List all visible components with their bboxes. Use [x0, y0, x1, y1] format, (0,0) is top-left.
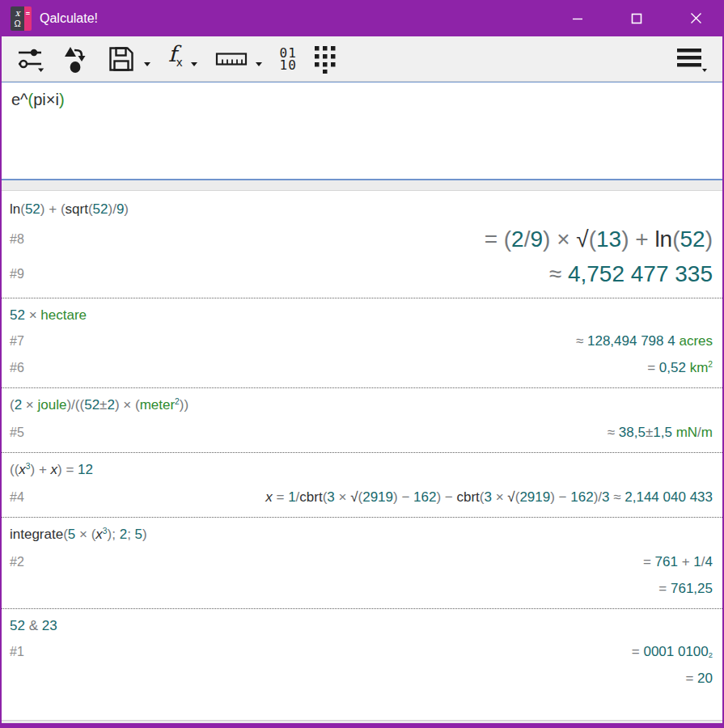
units-ruler-icon	[215, 44, 248, 74]
history-result-value[interactable]: x = 1/cbrt(3 × √(2919) − 162) − cbrt(3 ×…	[24, 489, 713, 506]
history-entry: (2 × joule)/((52±2) × (meter2))#5≈ 38,5±…	[2, 388, 722, 446]
convert-icon	[61, 44, 91, 74]
history-result-value[interactable]: ≈ 38,5±1,5 mN/m	[24, 425, 713, 441]
history-result-value[interactable]: ≈ 4,752 477 335	[24, 261, 713, 287]
history-index-label[interactable]: #7	[10, 334, 24, 349]
main-menu-button[interactable]	[672, 41, 711, 77]
history-expression[interactable]: 52 & 23	[10, 614, 713, 638]
history-expression[interactable]: ((x3) + x) = 12	[10, 458, 713, 484]
close-icon	[690, 12, 702, 24]
units-dropdown-icon[interactable]	[256, 62, 262, 66]
history-entry: 52 & 23#1= 0001 01002= 20	[2, 609, 722, 692]
titlebar: xΩ = Qalculate!	[0, 0, 724, 36]
expression-input[interactable]: e^(pi×i)	[2, 82, 722, 180]
history-index-label[interactable]: #4	[10, 490, 24, 505]
history-expression[interactable]: integrate(5 × (x3); 2; 5)	[10, 523, 713, 548]
history-result-row: #8= (2/9) × √(13) + ln(52)	[10, 222, 713, 256]
history-expression[interactable]: ln(52) + (sqrt(52)/9)	[10, 197, 713, 222]
history-result-row: #2= 761 + 1/4	[10, 548, 713, 575]
history-result-row: = 20	[10, 665, 713, 692]
history-result-value[interactable]: = (2/9) × √(13) + ln(52)	[24, 226, 713, 252]
history-result-row: #5≈ 38,5±1,5 mN/m	[10, 419, 713, 446]
keypad-icon	[313, 44, 339, 74]
main-menu-icon	[675, 45, 708, 73]
history-expression[interactable]: (2 × joule)/((52±2) × (meter2))	[10, 393, 713, 419]
history-expression[interactable]: 52 × hectare	[10, 303, 713, 328]
minimize-icon	[572, 13, 583, 24]
maximize-button[interactable]	[618, 0, 655, 36]
history-result-value[interactable]: = 20	[10, 671, 713, 687]
history-index-label[interactable]: #9	[10, 267, 24, 281]
save-dropdown-icon[interactable]	[144, 62, 150, 66]
functions-fx-icon: fx	[168, 42, 183, 74]
number-bases-button[interactable]: 01 10	[277, 41, 300, 77]
history-pane[interactable]: ln(52) + (sqrt(52)/9)#8= (2/9) × √(13) +…	[2, 191, 722, 720]
pane-splitter[interactable]	[2, 180, 722, 191]
history-result-value[interactable]: = 0001 01002	[24, 644, 713, 660]
app-icon: xΩ =	[11, 6, 32, 31]
units-button[interactable]	[212, 41, 251, 77]
app-window: xΩ = Qalculate!	[0, 0, 724, 728]
history-result-row: #1= 0001 01002	[10, 638, 713, 665]
history-result-value[interactable]: = 761 + 1/4	[24, 554, 713, 570]
history-entry: ((x3) + x) = 12#4x = 1/cbrt(3 × √(2919) …	[2, 453, 722, 510]
maximize-icon	[631, 13, 642, 24]
history-result-value[interactable]: = 0,52 km2	[24, 360, 713, 376]
window-border	[0, 723, 724, 728]
functions-dropdown-icon[interactable]	[191, 62, 197, 66]
mode-sliders-icon	[16, 44, 45, 74]
toolbar: fx 01 10	[2, 36, 722, 82]
history-result-row: #4x = 1/cbrt(3 × √(2919) − 162) − cbrt(3…	[10, 484, 713, 510]
history-entry: integrate(5 × (x3); 2; 5)#2= 761 + 1/4= …	[2, 518, 722, 602]
history-entry: ln(52) + (sqrt(52)/9)#8= (2/9) × √(13) +…	[2, 193, 722, 291]
close-button[interactable]	[677, 0, 714, 36]
history-result-value[interactable]: ≈ 128,494 798 4 acres	[24, 333, 713, 349]
save-icon	[107, 44, 136, 74]
history-result-value[interactable]: = 761,25	[10, 581, 713, 597]
keypad-button[interactable]	[310, 41, 342, 77]
mode-button[interactable]	[13, 41, 49, 77]
functions-button[interactable]: fx	[165, 41, 186, 77]
history-result-row: = 761,25	[10, 575, 713, 602]
history-index-label[interactable]: #5	[10, 425, 24, 440]
history-index-label[interactable]: #6	[10, 361, 24, 375]
history-result-row: #6= 0,52 km2	[10, 354, 713, 381]
history-index-label[interactable]: #1	[10, 645, 24, 659]
history-index-label[interactable]: #8	[10, 232, 24, 247]
expression-text: e^(pi×i)	[11, 91, 65, 108]
minimize-button[interactable]	[559, 0, 596, 36]
history-result-row: #9≈ 4,752 477 335	[10, 256, 713, 291]
history-index-label[interactable]: #2	[10, 555, 24, 569]
history-result-row: #7≈ 128,494 798 4 acres	[10, 328, 713, 354]
number-bases-icon: 01 10	[280, 47, 297, 71]
convert-button[interactable]	[58, 41, 94, 77]
save-button[interactable]	[104, 41, 139, 77]
history-entry: 52 × hectare#7≈ 128,494 798 4 acres#6= 0…	[2, 298, 722, 381]
window-title: Qalculate!	[40, 11, 559, 26]
